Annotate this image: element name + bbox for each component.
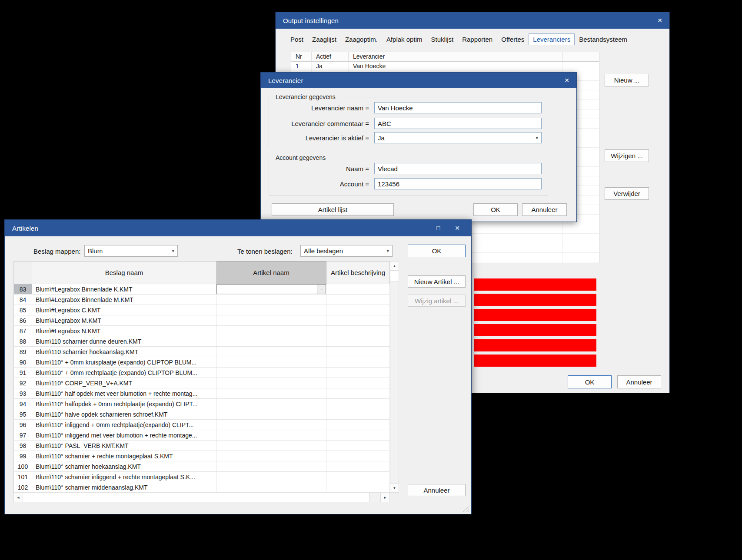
beslag-naam-cell[interactable]: Blum\110° halve opdek scharnieren schroe… [32,409,216,420]
scroll-down-icon[interactable]: ▼ [390,483,399,492]
account-nummer-input[interactable] [374,178,542,189]
artikel-beschrijving-cell[interactable] [326,399,390,409]
scrollbar-track[interactable] [370,493,380,502]
table-row[interactable]: 97 Blum\110° inliggend met veer blumotio… [13,430,390,441]
ok-button[interactable]: OK [473,203,518,216]
beslag-naam-cell[interactable]: Blum\110° scharnier inliggend + rechte m… [32,472,216,482]
artikel-naam-cell[interactable]: ... [216,482,326,493]
artikel-beschrijving-cell[interactable] [326,461,390,472]
scrollbar-track[interactable] [390,282,399,483]
tab[interactable]: Zaagoptim. [341,33,382,45]
artikel-beschrijving-cell[interactable] [326,295,390,305]
row-number-cell[interactable]: 92 [13,378,32,388]
titlebar[interactable]: Output instellingen ✕ [276,12,669,29]
resize-grip[interactable] [463,506,469,512]
maximize-icon[interactable]: □ [429,220,448,236]
artikel-naam-cell[interactable]: ... [216,284,326,295]
account-naam-input[interactable] [374,163,542,174]
artikel-beschrijving-cell[interactable] [326,378,390,388]
titlebar[interactable]: Leverancier ✕ [261,73,576,88]
table-row[interactable]: 94 Blum\110° halfopdek + 0mm rechtplaatj… [13,399,390,409]
artikel-naam-cell[interactable]: ... [216,326,326,336]
nieuw-artikel-button[interactable]: Nieuw Artikel ... [408,275,466,288]
wijzigen-button[interactable]: Wijzigen ... [605,149,649,162]
beslag-naam-cell[interactable]: Blum\#Legrabox Binnenlade M.KMT [32,295,216,305]
beslag-naam-cell[interactable]: Blum\110° half opdek met veer blumotion … [32,388,216,399]
leverancier-aktief-select[interactable]: Ja ▾ [374,132,542,143]
row-number-cell[interactable]: 94 [13,399,32,409]
table-row[interactable]: 100 Blum\110° scharnier hoekaanslag.KMT … [13,461,390,472]
beslag-naam-cell[interactable]: Blum\#Legrabox C.KMT [32,305,216,315]
artikel-beschrijving-cell[interactable] [326,326,390,336]
row-number-cell[interactable]: 97 [13,430,32,441]
tab[interactable]: Afplak optim [382,33,427,45]
row-number-cell[interactable]: 86 [13,315,32,326]
row-number-cell[interactable]: 101 [13,472,32,482]
tab[interactable]: Post [286,33,308,45]
table-row[interactable]: 93 Blum\110° half opdek met veer blumoti… [13,388,390,399]
beslag-naam-cell[interactable]: Blum\110° + 0mm rechtplaatje (expando) C… [32,368,216,378]
artikel-beschrijving-cell[interactable] [326,357,390,368]
scrollbar-thumb[interactable] [390,271,399,282]
table-row[interactable]: 1 Ja Van Hoecke [291,62,599,71]
artikel-naam-cell[interactable]: ... [216,399,326,409]
leverancier-naam-input[interactable] [374,102,542,113]
tab[interactable]: Zaaglijst [308,33,341,45]
beslag-naam-cell[interactable]: Blum\110° scharnier + rechte montageplaa… [32,451,216,461]
artikel-naam-cell[interactable]: ... [216,451,326,461]
column-header-beslag-naam[interactable]: Beslag naam [32,261,216,284]
table-row[interactable]: 90 Blum\110° + 0mm kruisplaatje (expando… [13,357,390,368]
artikel-beschrijving-cell[interactable] [326,336,390,347]
te-tonen-select[interactable]: Alle beslagen ▾ [300,245,393,257]
artikel-beschrijving-cell[interactable] [326,441,390,451]
scroll-right-icon[interactable]: ► [380,493,389,502]
table-row[interactable]: 85 Blum\#Legrabox C.KMT ... [13,305,390,315]
table-row[interactable]: 88 Blum\110 scharnier dunne deuren.KMT .… [13,336,390,347]
row-number-cell[interactable]: 99 [13,451,32,461]
beslag-naam-cell[interactable]: Blum\110° PASL_VERB KMT.KMT [32,441,216,451]
artikel-beschrijving-cell[interactable] [326,368,390,378]
row-number-cell[interactable]: 87 [13,326,32,336]
beslag-naam-cell[interactable]: Blum\110° inliggend met veer blumotion +… [32,430,216,441]
column-header-leverancier[interactable]: Leverancier [349,52,563,61]
artikel-beschrijving-cell[interactable] [326,347,390,357]
beslag-naam-cell[interactable]: Blum\110 scharnier hoekaanslag.KMT [32,347,216,357]
tab[interactable]: Leveranciers [529,33,575,45]
verwijder-button[interactable]: Verwijder [605,187,649,200]
ok-button[interactable]: OK [568,375,612,388]
nieuw-button[interactable]: Nieuw ... [605,74,649,86]
column-header-actief[interactable]: Actief [312,52,349,61]
table-row[interactable]: 95 Blum\110° halve opdek scharnieren sch… [13,409,390,420]
artikel-beschrijving-cell[interactable] [326,430,390,441]
tab[interactable]: Bestandsysteem [575,33,632,45]
beslag-naam-cell[interactable]: Blum\#Legrabox Binnenlade K.KMT [32,284,216,295]
artikel-naam-cell[interactable]: ... [216,461,326,472]
artikel-naam-cell[interactable]: ... [216,420,326,430]
row-number-cell[interactable]: 90 [13,357,32,368]
artikel-lijst-button[interactable]: Artikel lijst [272,203,394,216]
ok-button[interactable]: OK [408,245,466,257]
table-row[interactable]: 91 Blum\110° + 0mm rechtplaatje (expando… [13,368,390,378]
tab[interactable]: Rapporten [458,33,497,45]
table-row[interactable]: 102 Blum\110° scharnier middenaanslag.KM… [13,482,390,493]
row-number-cell[interactable]: 85 [13,305,32,315]
artikel-naam-cell[interactable]: ... [216,409,326,420]
artikel-naam-cell[interactable]: ... [216,388,326,399]
titlebar[interactable]: Artikelen □ ✕ [5,220,471,236]
row-number-cell[interactable]: 95 [13,409,32,420]
table-row[interactable]: 96 Blum\110° inliggend + 0mm rechtplaatj… [13,420,390,430]
row-number-cell[interactable]: 88 [13,336,32,347]
artikel-naam-cell[interactable]: ... [216,441,326,451]
artikel-beschrijving-cell[interactable] [326,472,390,482]
row-number-cell[interactable]: 84 [13,295,32,305]
artikel-naam-cell[interactable]: ... [216,357,326,368]
row-number-cell[interactable]: 83 [13,284,32,295]
tab[interactable]: Stuklijst [426,33,458,45]
artikel-beschrijving-cell[interactable] [326,420,390,430]
artikel-beschrijving-cell[interactable] [326,284,390,295]
row-number-cell[interactable]: 91 [13,368,32,378]
beslag-naam-cell[interactable]: Blum\110° inliggend + 0mm rechtplaatje(e… [32,420,216,430]
artikel-naam-cell[interactable]: ... [216,430,326,441]
table-row[interactable]: 83 Blum\#Legrabox Binnenlade K.KMT ... [13,284,390,295]
row-number-cell[interactable]: 93 [13,388,32,399]
